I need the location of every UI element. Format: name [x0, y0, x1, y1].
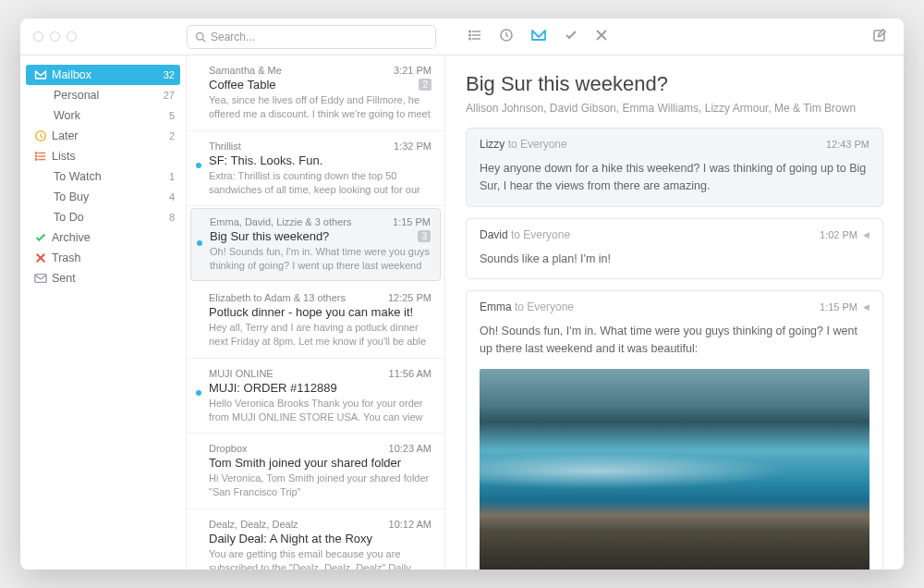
unread-dot-icon [197, 240, 202, 246]
search-icon [195, 31, 206, 43]
snooze-icon[interactable] [499, 28, 514, 46]
bubble-from: David [480, 228, 508, 241]
sidebar: Mailbox32Personal27Work5Later2ListsTo Wa… [20, 55, 187, 570]
compose-icon[interactable] [872, 28, 904, 46]
message-list[interactable]: Samantha & Me3:21 PMCoffee Table2Yea, si… [187, 55, 445, 570]
message-time: 3:21 PM [394, 65, 432, 76]
message-subject: Tom Smith joined your shared folder [209, 456, 401, 470]
envelope-icon [31, 273, 50, 284]
bubble-body: Sounds like a plan! I'm in! [467, 251, 882, 279]
delete-x-icon[interactable] [595, 29, 608, 45]
message-item[interactable]: Samantha & Me3:21 PMCoffee Table2Yea, si… [187, 55, 444, 131]
sidebar-item-work[interactable]: Work5 [20, 105, 186, 126]
sidebar-item-label: Later [50, 129, 169, 142]
app-body: Mailbox32Personal27Work5Later2ListsTo Wa… [20, 55, 904, 570]
thread-message[interactable]: Emma to Everyone1:15 PM◀Oh! Sounds fun, … [466, 290, 883, 570]
svg-point-5 [469, 31, 471, 32]
message-preview: Hi Veronica, Tom Smith joined your share… [209, 472, 432, 499]
svg-line-1 [202, 39, 205, 42]
window-controls [20, 31, 187, 42]
sidebar-item-mailbox[interactable]: Mailbox32 [26, 65, 180, 85]
search-input[interactable]: Search... [187, 25, 436, 49]
sidebar-item-to-do[interactable]: To Do8 [20, 207, 186, 227]
message-from: Emma, David, Lizzie & 3 others [210, 216, 351, 227]
sidebar-item-archive[interactable]: Archive [20, 227, 186, 248]
message-item[interactable]: Dealz, Dealz, Dealz10:12 AMDaily Deal: A… [187, 509, 444, 570]
bubble-time: 1:15 PM [820, 301, 857, 312]
message-from: MUJI ONLINE [209, 368, 274, 379]
sidebar-item-personal[interactable]: Personal27 [20, 85, 186, 105]
thread-message[interactable]: Lizzy to Everyone12:43 PMHey anyone down… [466, 128, 883, 207]
message-preview: Yea, since he lives off of Eddy and Fill… [209, 93, 432, 121]
list-icon [31, 150, 50, 163]
message-subject: MUJI: ORDER #112889 [209, 381, 337, 395]
message-preview: Hello Veronica Brooks Thank you for your… [209, 397, 432, 424]
message-item[interactable]: Thrillist1:32 PMSF: This. Looks. Fun.Ext… [187, 131, 444, 207]
sidebar-item-count: 8 [169, 212, 175, 223]
sidebar-item-label: Personal [52, 89, 164, 102]
svg-point-18 [35, 159, 36, 160]
sidebar-item-label: Work [52, 109, 169, 122]
close-window-button[interactable] [33, 31, 43, 42]
message-preview: Hey all, Terry and I are having a potluc… [209, 321, 432, 349]
sidebar-item-count: 32 [164, 69, 175, 80]
svg-point-6 [469, 34, 471, 36]
bubble-to: to Everyone [505, 138, 566, 151]
svg-point-17 [35, 155, 36, 156]
message-preview: Oh! Sounds fun, I'm in. What time were y… [210, 245, 431, 273]
message-time: 11:56 AM [389, 368, 432, 379]
message-time: 10:23 AM [389, 443, 432, 454]
minimize-window-button[interactable] [50, 31, 60, 42]
sidebar-item-label: To Buy [52, 190, 169, 203]
sidebar-item-count: 5 [169, 110, 175, 121]
sidebar-item-lists[interactable]: Lists [20, 146, 186, 166]
thread-participants: Allison Johnson, David Gibson, Emma Will… [466, 102, 883, 115]
thread-subject: Big Sur this weekend? [466, 72, 883, 96]
expand-icon[interactable]: ◀ [863, 302, 869, 312]
bubble-to: to Everyone [508, 228, 570, 241]
sidebar-item-label: Lists [50, 150, 175, 163]
list-view-icon[interactable] [468, 28, 482, 46]
message-from: Dealz, Dealz, Dealz [209, 519, 298, 530]
sidebar-item-count: 27 [164, 90, 175, 101]
zoom-window-button[interactable] [67, 31, 77, 42]
sidebar-item-to-watch[interactable]: To Watch1 [20, 166, 186, 187]
svg-rect-21 [35, 275, 46, 283]
attachment-image[interactable] [480, 369, 869, 570]
message-item[interactable]: Dropbox10:23 AMTom Smith joined your sha… [187, 434, 444, 509]
message-item[interactable]: Elizabeth to Adam & 13 others12:25 PMPot… [187, 283, 444, 359]
message-subject: Big Sur this weekend? [210, 229, 329, 243]
sidebar-item-label: Sent [50, 272, 175, 285]
sidebar-item-label: Archive [50, 231, 175, 244]
sidebar-item-later[interactable]: Later2 [20, 126, 186, 146]
app-window: Search... Mailbox32Personal27Work5Later2… [20, 18, 904, 570]
svg-point-16 [35, 153, 36, 153]
message-from: Dropbox [209, 443, 248, 454]
message-subject: Potluck dinner - hope you can make it! [209, 305, 413, 319]
sidebar-item-label: Trash [50, 251, 175, 264]
svg-point-0 [197, 32, 204, 40]
message-preview: Extra: Thrillist is counting down the to… [209, 169, 432, 197]
sidebar-item-sent[interactable]: Sent [20, 268, 186, 288]
message-item[interactable]: Emma, David, Lizzie & 3 others1:15 PMBig… [190, 208, 441, 281]
sidebar-item-label: To Watch [52, 170, 169, 183]
bubble-to: to Everyone [512, 300, 574, 313]
x-icon [31, 252, 50, 263]
thread-message[interactable]: David to Everyone1:02 PM◀Sounds like a p… [466, 218, 883, 280]
message-item[interactable]: MUJI ONLINE11:56 AMMUJI: ORDER #112889He… [187, 359, 444, 435]
message-time: 12:25 PM [388, 292, 432, 303]
sidebar-item-trash[interactable]: Trash [20, 248, 186, 268]
reader-pane[interactable]: Big Sur this weekend? Allison Johnson, D… [445, 55, 904, 570]
bubble-time: 12:43 PM [826, 139, 869, 150]
sidebar-item-label: Mailbox [50, 68, 164, 81]
message-subject: Coffee Table [209, 78, 276, 92]
search-container: Search... [187, 19, 445, 55]
toolbar [445, 28, 904, 46]
expand-icon[interactable]: ◀ [863, 230, 869, 239]
inbox-icon [31, 69, 50, 80]
inbox-icon[interactable] [530, 28, 547, 46]
sidebar-item-to-buy[interactable]: To Buy4 [20, 187, 186, 207]
archive-check-icon[interactable] [564, 28, 578, 46]
bubble-time: 1:02 PM [820, 229, 857, 240]
search-placeholder: Search... [211, 31, 255, 43]
